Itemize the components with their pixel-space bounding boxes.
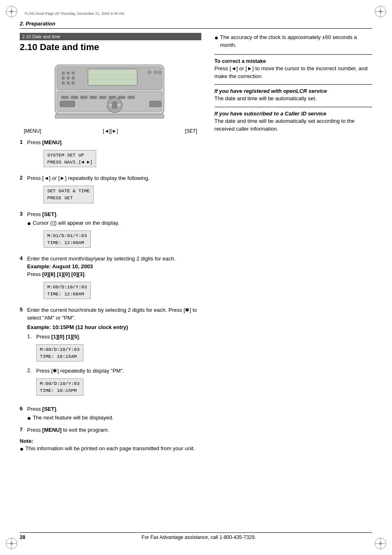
footer-center-text: For Fax Advantage assistance, call 1-800… <box>142 534 256 540</box>
svg-rect-2 <box>88 69 137 85</box>
note-label: Note: <box>20 438 33 444</box>
step-4-text: Enter the current month/day/year by sele… <box>27 255 201 279</box>
step-5-sub-1-num: 1. <box>27 333 35 339</box>
svg-point-14 <box>148 70 152 74</box>
reg-mark-bl <box>6 538 17 549</box>
file-info: FL341.book Page 28 Thursday, December 21… <box>25 12 124 16</box>
svg-point-7 <box>71 71 75 75</box>
step-7-text: Press [MENU] to exit the program. <box>27 426 201 434</box>
step-6-text: Press [SET]. <box>27 405 201 413</box>
svg-point-16 <box>158 70 162 74</box>
step-3-lcd: M:01/D:01/Y:03 TIME: 12:00AM <box>44 230 91 248</box>
step-5-example-label: Example: 10:15PM (12 hour clock entry) <box>27 324 201 332</box>
label-set: [SET] <box>185 128 197 134</box>
svg-rect-25 <box>127 96 135 99</box>
device-labels: [MENU] [◄][►] [SET] <box>20 128 201 134</box>
right-note-bullet: ● <box>214 34 219 41</box>
hr-3 <box>214 107 372 107</box>
svg-rect-30 <box>150 101 161 107</box>
svg-point-10 <box>71 76 75 80</box>
step-4-lcd-wrapper: M:08/D:10/Y:03 TIME: 12:00AM <box>27 280 201 301</box>
step-3-bullet: ● Cursor (▯) will appear on the display. <box>27 219 201 227</box>
right-note-text: The accuracy of the clock is approximate… <box>220 34 372 49</box>
step-6-bullet: ● The next feature will be displayed. <box>27 414 201 422</box>
right-heading-callerid: If you have subscribed to a Caller ID se… <box>214 111 372 117</box>
step-5-sub-1-text: Press [1][0] [1][5]. <box>36 333 83 341</box>
page-footer: 28 For Fax Advantage assistance, call 1-… <box>20 532 372 540</box>
page-header: 2. Preparation <box>20 21 372 29</box>
step-3: 3 Press [SET]. ● Cursor (▯) will appear … <box>20 211 201 251</box>
step-5: 5 Enter the current hour/minute by selec… <box>20 306 201 401</box>
step-6-bullet-text: The next feature will be displayed. <box>33 414 114 422</box>
page-header-title: 2. Preparation <box>20 21 55 27</box>
svg-rect-24 <box>118 96 125 99</box>
right-text-correct: Press [◄] or [►] to move the cursor to t… <box>214 65 372 81</box>
svg-point-8 <box>62 76 65 80</box>
step-6-bullet-icon: ● <box>27 414 31 422</box>
step-6-num: 6 <box>20 405 25 412</box>
step-3-content: Press [SET]. ● Cursor (▯) will appear on… <box>27 211 201 251</box>
reg-mark-tr <box>375 6 386 17</box>
step-7-num: 7 <box>20 426 25 433</box>
step-6-content: Press [SET]. ● The next feature will be … <box>27 405 201 422</box>
device-illustration <box>51 57 170 127</box>
left-col: 2.10 Date and time 2.10 Date and time <box>20 33 201 453</box>
label-nav: [◄][►] <box>103 128 118 134</box>
step-3-num: 3 <box>20 211 25 217</box>
step-2: 2 Press [◄] or [►] repeatedly to display… <box>20 175 201 206</box>
step-3-bullet-text: Cursor (▯) will appear on the display. <box>33 219 120 227</box>
svg-rect-18 <box>61 96 69 99</box>
step-5-content: Enter the current hour/minute by selecti… <box>27 306 201 401</box>
step-1: 1 Press [MENU]. SYSTEM SET UP PRESS NAVI… <box>20 139 201 170</box>
section-title-bar: 2.10 Date and time <box>20 33 201 40</box>
svg-rect-21 <box>90 96 97 99</box>
step-5-sub-2-lcd: M:08/D:10/Y:03 TIME: 10:15PM <box>36 378 83 396</box>
step-4-content: Enter the current month/day/year by sele… <box>27 255 201 302</box>
right-heading-openlcr: If you have registered with openLCR serv… <box>214 88 372 94</box>
svg-rect-31 <box>60 101 75 107</box>
step-1-lcd-wrapper: SYSTEM SET UP PRESS NAVI.[◄ ►] <box>27 148 201 169</box>
svg-rect-22 <box>99 96 106 99</box>
svg-point-5 <box>62 71 65 75</box>
step-6: 6 Press [SET]. ● The next feature will b… <box>20 405 201 422</box>
svg-point-13 <box>71 81 75 85</box>
right-text-openlcr: The date and time will be automatically … <box>214 95 372 103</box>
right-text-callerid: The date and time will be automatically … <box>214 117 372 133</box>
step-7-content: Press [MENU] to exit the program. <box>27 426 201 434</box>
step-2-text: Press [◄] or [►] repeatedly to display t… <box>27 175 201 182</box>
content-area: 2. Preparation 2.10 Date and time 2.10 D… <box>20 21 372 534</box>
footer-page-num: 28 <box>20 534 25 540</box>
step-4: 4 Enter the current month/day/year by se… <box>20 255 201 302</box>
two-col-layout: 2.10 Date and time 2.10 Date and time <box>20 33 372 453</box>
step-2-content: Press [◄] or [►] repeatedly to display t… <box>27 175 201 206</box>
step-4-lcd: M:08/D:10/Y:03 TIME: 12:00AM <box>44 282 91 299</box>
right-note-accuracy: ● The accuracy of the clock is approxima… <box>214 34 372 49</box>
note-bullet-1: ● <box>20 445 24 453</box>
step-5-sub-1: 1. Press [1][0] [1][5]. M:08/D:10/Y:03 T… <box>27 333 201 365</box>
reg-mark-br <box>375 538 386 549</box>
svg-point-15 <box>154 70 158 74</box>
step-5-num: 5 <box>20 306 25 313</box>
step-5-sub-2-text: Press [✱] repeatedly to display "PM". <box>36 367 124 375</box>
step-5-sub-2-num: 2. <box>27 367 35 373</box>
right-section-openlcr: If you have registered with openLCR serv… <box>214 88 372 103</box>
right-heading-correct: To correct a mistake <box>214 58 372 64</box>
note-section: Note: ● This information will be printed… <box>20 438 201 453</box>
svg-point-12 <box>67 81 70 85</box>
step-1-num: 1 <box>20 139 25 145</box>
right-section-callerid: If you have subscribed to a Caller ID se… <box>214 111 372 133</box>
reg-mark-tl <box>6 6 17 17</box>
step-7: 7 Press [MENU] to exit the program. <box>20 426 201 434</box>
step-5-sub-2-lcd-wrapper: M:08/D:10/Y:03 TIME: 10:15PM <box>36 377 124 398</box>
page: FL341.book Page 28 Thursday, December 21… <box>0 0 392 555</box>
step-3-text: Press [SET]. <box>27 211 201 219</box>
step-4-num: 4 <box>20 255 25 261</box>
note-text-1: This information will be printed on each… <box>25 445 195 453</box>
svg-point-11 <box>62 81 65 85</box>
note-item-1: ● This information will be printed on ea… <box>20 445 201 453</box>
step-1-content: Press [MENU]. SYSTEM SET UP PRESS NAVI.[… <box>27 139 201 170</box>
step-5-sub-2-content: Press [✱] repeatedly to display "PM". M:… <box>36 367 124 399</box>
svg-rect-19 <box>71 96 78 99</box>
section-h2: 2.10 Date and time <box>20 42 201 53</box>
step-5-sub-1-lcd-wrapper: M:08/D:10/Y:03 TIME: 10:15AM <box>36 343 83 364</box>
